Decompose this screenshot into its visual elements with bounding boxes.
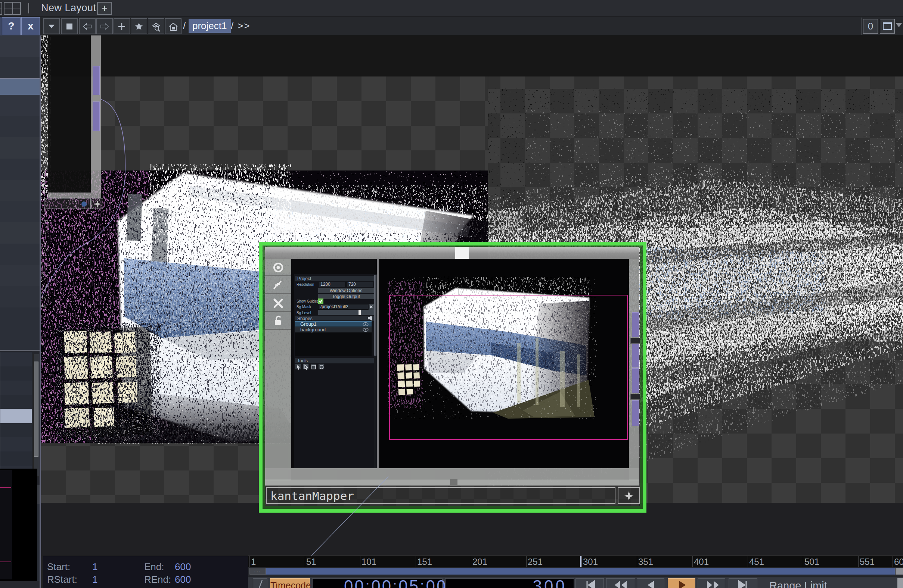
- node-viewer-preview[interactable]: [0, 469, 37, 581]
- back-button[interactable]: [79, 18, 96, 34]
- target-mode-button[interactable]: [265, 259, 291, 276]
- kantan-connector-tab[interactable]: [632, 343, 639, 367]
- sidebar-row[interactable]: [0, 158, 39, 180]
- node-control-box[interactable]: [44, 199, 76, 209]
- window-options-button[interactable]: Window Options: [318, 288, 374, 293]
- sidebar-row[interactable]: [0, 57, 39, 78]
- layout-name-label[interactable]: New Layout: [41, 2, 96, 14]
- rstart-value[interactable]: 1: [92, 574, 98, 585]
- show-guides-checkbox[interactable]: [318, 298, 323, 304]
- shape-row[interactable]: background: [295, 327, 371, 332]
- sidebar-subrow[interactable]: [0, 423, 32, 437]
- node-small-comp[interactable]: [48, 35, 103, 209]
- close-panel-button[interactable]: x: [21, 17, 40, 35]
- home-button[interactable]: [165, 18, 181, 34]
- panel-drag-bar[interactable]: [458, 480, 639, 485]
- node-viewer-flag[interactable]: [77, 199, 91, 209]
- node-menu-dropdown-button[interactable]: [43, 18, 60, 34]
- sidebar-row[interactable]: [0, 223, 39, 244]
- play-button-active[interactable]: [668, 578, 695, 588]
- sidebar-row[interactable]: [0, 201, 39, 223]
- kantan-connector-tab[interactable]: [632, 368, 639, 393]
- playhead[interactable]: [580, 556, 582, 567]
- bg-mask-field[interactable]: /project1/null2: [318, 304, 368, 310]
- sidebar-row[interactable]: [0, 95, 39, 116]
- tool-rectangle[interactable]: [310, 364, 316, 370]
- play-reverse-button[interactable]: [637, 578, 664, 588]
- toggle-output-button[interactable]: Toggle Output: [318, 294, 374, 299]
- frame-slash-button[interactable]: [253, 578, 267, 588]
- sidebar-subrow[interactable]: [0, 381, 32, 395]
- lock-button[interactable]: [265, 313, 291, 330]
- help-button[interactable]: ?: [2, 17, 20, 35]
- children-count-button[interactable]: 0: [863, 19, 878, 34]
- fps-value[interactable]: 60.0: [92, 586, 111, 588]
- sidebar-subrow[interactable]: [0, 437, 32, 452]
- kantan-connector-tab[interactable]: [632, 312, 639, 337]
- bg-mask-clear-button[interactable]: [368, 304, 374, 310]
- zoom-reset-button[interactable]: [148, 18, 164, 34]
- panel-title-handle[interactable]: [455, 247, 469, 259]
- step-back-button[interactable]: [606, 578, 635, 588]
- tool-select[interactable]: [295, 364, 301, 370]
- tool-freeform[interactable]: [318, 364, 324, 370]
- pane-split-chevron[interactable]: [895, 23, 902, 27]
- sidebar-row-selected[interactable]: [0, 79, 39, 95]
- add-shape-icon[interactable]: [368, 316, 373, 320]
- node-wire[interactable]: [309, 477, 389, 556]
- add-operator-button[interactable]: [113, 18, 130, 34]
- params-scrollbar-thumb[interactable]: [374, 275, 376, 356]
- jump-start-button[interactable]: [576, 578, 604, 588]
- sidebar-subrow-selected[interactable]: [0, 409, 32, 423]
- jump-end-button[interactable]: [728, 578, 757, 588]
- bg-level-slider-handle[interactable]: [359, 310, 361, 315]
- path-root[interactable]: /: [183, 20, 186, 32]
- step-forward-button[interactable]: [698, 578, 725, 588]
- shape-row-selected[interactable]: Group1: [295, 321, 371, 326]
- sidebar-row[interactable]: [0, 265, 39, 286]
- network-editor[interactable]: Project Resolution 1280 720 Window Optio…: [41, 35, 903, 556]
- resolution-height-field[interactable]: 720: [346, 282, 374, 287]
- sidebar-row[interactable]: [0, 35, 39, 57]
- node-display-flag[interactable]: [618, 487, 640, 504]
- sidebar-row[interactable]: [0, 244, 39, 265]
- end-value[interactable]: 600: [175, 561, 191, 573]
- layout-grid-icon[interactable]: [4, 2, 21, 15]
- sidebar-row[interactable]: [0, 180, 39, 201]
- sidebar-row[interactable]: [0, 116, 39, 137]
- panel-title-bar[interactable]: [265, 247, 639, 259]
- layout-preset-icon[interactable]: [0, 2, 2, 15]
- delete-mode-button[interactable]: [265, 295, 291, 312]
- sidebar-subrow[interactable]: [0, 352, 32, 366]
- sidebar-subrow[interactable]: [0, 395, 32, 409]
- sidebar-subrow[interactable]: [0, 452, 32, 466]
- path-expand[interactable]: >>: [238, 20, 250, 32]
- bookmark-button[interactable]: [131, 18, 147, 34]
- eye-icon[interactable]: [363, 328, 368, 332]
- sidebar-row[interactable]: [0, 286, 39, 307]
- params-scrollbar[interactable]: [374, 274, 377, 468]
- kantan-canvas[interactable]: [379, 259, 629, 468]
- eye-icon[interactable]: [363, 322, 368, 326]
- range-handle[interactable]: ...: [250, 568, 266, 575]
- range-bar[interactable]: [266, 568, 895, 575]
- timecode-mode-button[interactable]: Timecode: [270, 578, 310, 588]
- path-component-selected[interactable]: project1: [189, 19, 231, 33]
- start-value[interactable]: 1: [92, 561, 98, 573]
- timeline-ruler[interactable]: 1 51 101 151 201 251 301 351 401 451 501…: [248, 555, 903, 567]
- sidebar-scrollbar-thumb[interactable]: [34, 362, 38, 457]
- kantan-connector-tab[interactable]: [632, 400, 639, 426]
- tool-select-points[interactable]: [303, 364, 309, 370]
- bg-level-slider[interactable]: [318, 310, 374, 315]
- forward-button[interactable]: [96, 18, 113, 34]
- node-connector-tab[interactable]: [93, 66, 100, 95]
- range-stub[interactable]: [895, 568, 903, 575]
- freehand-mode-button[interactable]: [265, 277, 291, 294]
- sidebar-subrow[interactable]: [0, 366, 32, 381]
- add-layout-button[interactable]: +: [97, 2, 112, 15]
- resolution-width-field[interactable]: 1280: [318, 282, 345, 287]
- tempo-value[interactable]: 120.0: [179, 586, 203, 588]
- stop-button[interactable]: [61, 18, 78, 34]
- node-connector-tab[interactable]: [93, 102, 100, 131]
- node-display-flag[interactable]: [91, 199, 103, 209]
